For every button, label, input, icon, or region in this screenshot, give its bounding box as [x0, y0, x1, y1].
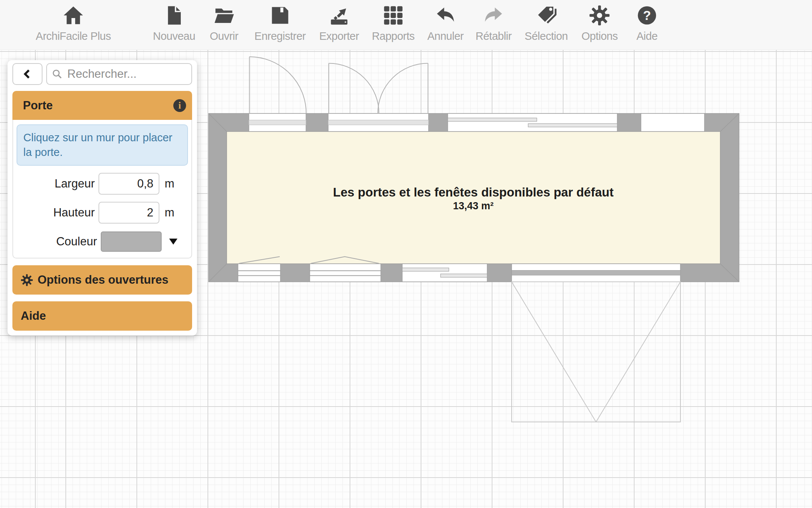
- couleur-row: Couleur: [17, 231, 180, 252]
- door-single[interactable]: [249, 57, 306, 132]
- door-double[interactable]: [328, 63, 429, 132]
- search-input[interactable]: [46, 63, 192, 85]
- toolbar-button-undo[interactable]: Annuler: [427, 4, 464, 42]
- caret-down-icon[interactable]: [169, 239, 177, 245]
- save-icon: [255, 4, 306, 27]
- largeur-row: Largeur m: [17, 173, 180, 195]
- porte-section-header[interactable]: Porte i: [12, 91, 192, 120]
- toolbar-button-help[interactable]: ?Aide: [636, 4, 657, 42]
- hauteur-unit: m: [165, 206, 180, 219]
- toolbar-button-redo[interactable]: Rétablir: [476, 4, 512, 42]
- info-icon[interactable]: i: [173, 99, 186, 112]
- svg-text:?: ?: [643, 8, 651, 23]
- toolbar-button-save[interactable]: Enregistrer: [255, 4, 306, 42]
- hauteur-label: Hauteur: [53, 206, 95, 219]
- toolbar-label: Ouvrir: [210, 30, 238, 42]
- chevron-left-icon: [22, 68, 33, 80]
- back-button[interactable]: [12, 63, 42, 85]
- toolbar-label: Annuler: [427, 30, 464, 42]
- toolbar-button-tag[interactable]: Sélection: [525, 4, 568, 42]
- toolbar-button-export[interactable]: Exporter: [319, 4, 359, 42]
- file-new-icon: [153, 4, 195, 27]
- toolbar-label: Options: [582, 30, 618, 42]
- toolbar-button-folder-open[interactable]: Ouvrir: [210, 4, 238, 42]
- hauteur-row: Hauteur m: [17, 202, 180, 224]
- largeur-input[interactable]: [98, 173, 159, 195]
- tool-panel: Porte i Cliquez sur un mur pour placer l…: [8, 60, 197, 336]
- toolbar-button-gear[interactable]: Options: [582, 4, 618, 42]
- help-icon: ?: [636, 4, 657, 27]
- search-icon: [52, 68, 63, 80]
- sliding-bay-top[interactable]: [448, 113, 617, 132]
- placement-hint: Cliquez sur un mur pour placer la porte.: [17, 124, 188, 166]
- toolbar-label: Rétablir: [476, 30, 512, 42]
- garage-swing-area: [512, 282, 680, 422]
- toolbar-label: Sélection: [525, 30, 568, 42]
- largeur-unit: m: [165, 177, 180, 190]
- toolbar-button-grid[interactable]: Rapports: [372, 4, 415, 42]
- opening-plain[interactable]: [641, 113, 704, 132]
- garage-door[interactable]: [512, 264, 680, 282]
- toolbar-label: Enregistrer: [255, 30, 306, 42]
- toolbar-label: ArchiFacile Plus: [36, 30, 111, 42]
- gear-icon: [582, 4, 618, 27]
- toolbar-label: Rapports: [372, 30, 415, 42]
- options-ouvertures-label: Options des ouvertures: [38, 273, 168, 287]
- tag-icon: [525, 4, 568, 27]
- aide-bar-label: Aide: [21, 309, 46, 323]
- grid-icon: [372, 4, 415, 27]
- toolbar-label: Aide: [636, 30, 657, 42]
- toolbar-label: Exporter: [319, 30, 359, 42]
- room-area: 13,43 m²: [453, 200, 494, 212]
- porte-title: Porte: [23, 99, 53, 112]
- porte-section: Porte i Cliquez sur un mur pour placer l…: [12, 91, 192, 259]
- room-label: Les portes et les fenêtes disponibles pa…: [333, 185, 614, 199]
- sliding-window-bottom[interactable]: [402, 264, 487, 282]
- export-icon: [319, 4, 359, 27]
- porte-section-body: Cliquez sur un mur pour placer la porte.…: [12, 120, 192, 259]
- largeur-label: Largeur: [55, 177, 95, 190]
- aide-bar[interactable]: Aide: [12, 301, 192, 331]
- gear-icon: [21, 274, 33, 286]
- undo-icon: [427, 4, 464, 27]
- toolbar-button-home[interactable]: ArchiFacile Plus: [36, 4, 111, 42]
- couleur-label: Couleur: [56, 235, 97, 248]
- toolbar-button-file-new[interactable]: Nouveau: [153, 4, 195, 42]
- color-swatch[interactable]: [101, 231, 162, 252]
- folder-open-icon: [210, 4, 238, 27]
- toolbar-label: Nouveau: [153, 30, 195, 42]
- home-icon: [36, 4, 111, 27]
- options-ouvertures-bar[interactable]: Options des ouvertures: [12, 265, 192, 295]
- redo-icon: [476, 4, 512, 27]
- hauteur-input[interactable]: [98, 202, 159, 224]
- main-toolbar: ArchiFacile PlusNouveauOuvrirEnregistrer…: [0, 0, 812, 50]
